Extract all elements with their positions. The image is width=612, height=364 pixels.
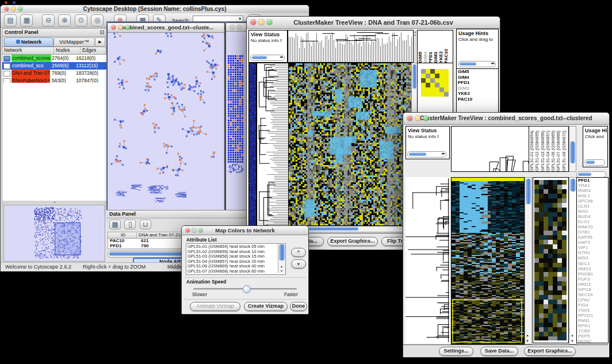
network-overview-canvas[interactable] — [4, 205, 104, 260]
close-button[interactable] — [112, 25, 116, 29]
heatmap-vscrollbar[interactable]: ▲ ▼ — [525, 177, 532, 344]
gene-name[interactable]: HAP3 — [577, 240, 608, 245]
main-titlebar[interactable]: Cytoscape Desktop (Session Name: collins… — [1, 5, 309, 14]
save-data-button[interactable]: Save Data... — [480, 347, 518, 356]
gene-name[interactable]: HRD3 — [577, 282, 608, 287]
zoom-fit-icon[interactable]: ◎ — [91, 14, 104, 26]
column-label[interactable]: GIM3 — [433, 52, 438, 63]
open-folder-icon[interactable]: ▤ — [4, 14, 17, 26]
heatmap-canvas[interactable] — [451, 177, 525, 344]
tab-network[interactable]: Network — [4, 37, 53, 47]
zoom-heatmap-canvas[interactable] — [534, 180, 567, 340]
gene-name[interactable]: BUD4 — [577, 214, 608, 219]
gene-name[interactable]: HMG1 — [577, 266, 608, 271]
gene-name[interactable]: PEP5 — [577, 334, 608, 339]
col-gutter[interactable]: ▴▾ — [414, 30, 416, 63]
minimize-button[interactable] — [12, 7, 16, 11]
gene-name[interactable]: GPI16 — [577, 287, 608, 292]
scroll-up-icon[interactable]: ▲ — [280, 265, 283, 268]
minimize-button[interactable] — [192, 228, 196, 232]
attribute-list-scrollbar[interactable]: ▲ ▼ — [278, 244, 285, 273]
column-label[interactable]: GPL51-01 (GSM854) — [529, 131, 534, 171]
genelist-vscrollbar[interactable]: ▲ ▼ — [569, 177, 577, 344]
scroll-up-icon[interactable]: ▲ — [571, 334, 574, 337]
close-button[interactable] — [407, 116, 412, 121]
gene-name[interactable]: RPN1 — [577, 323, 608, 328]
zoom-button[interactable] — [125, 25, 129, 29]
gene-name[interactable]: MSL1 — [577, 193, 608, 198]
column-label[interactable]: PAC10 — [443, 49, 449, 63]
scroll-down-icon[interactable]: ▼ — [280, 269, 283, 273]
column-label[interactable]: GPL51-03 (GSM856) — [540, 131, 545, 171]
network-table-row[interactable]: combined_scores 2764(0) 16218(0) — [2, 55, 106, 62]
row-dendrogram-canvas[interactable] — [257, 63, 289, 226]
done-button[interactable]: Done — [290, 302, 307, 311]
gene-name[interactable]: ELG1 — [577, 219, 608, 224]
usage-hints-scrollbar[interactable]: ◂▸ — [458, 61, 496, 67]
row-label[interactable]: GIM3 — [457, 86, 498, 91]
close-button[interactable] — [5, 7, 9, 11]
col-id-header[interactable]: ID — [108, 232, 137, 238]
column-dendrogram-canvas[interactable] — [451, 126, 529, 172]
close-button[interactable] — [186, 228, 190, 232]
global-overview-strip-canvas[interactable] — [248, 63, 257, 226]
animate-vizmap-button[interactable]: Animate Vizmap — [190, 302, 240, 311]
gene-name[interactable]: CLN1 — [577, 204, 608, 209]
usage-hints-scrollbar[interactable] — [584, 159, 605, 166]
gene-name[interactable]: MSI1 — [577, 255, 608, 260]
network-table-header[interactable]: Network Nodes Edges — [2, 47, 106, 55]
gene-name[interactable]: YRA1 — [577, 183, 608, 188]
column-label[interactable]: YKE2 — [438, 51, 443, 63]
treeview-dna-titlebar[interactable]: ClusterMaker TreeView : DNA and Tran 07-… — [247, 17, 500, 29]
gene-name[interactable]: SEC24 — [577, 292, 608, 297]
correlation-matrix[interactable] — [421, 69, 449, 97]
row-dendrogram-canvas[interactable] — [406, 177, 450, 343]
network-table-row[interactable]: DNA and Tran 07 769(0) 183728(0) — [2, 70, 106, 77]
column-label[interactable]: GIM4 — [423, 52, 428, 63]
zoom-button[interactable] — [198, 228, 202, 232]
close-button[interactable] — [251, 20, 256, 25]
move-down-button[interactable]: v — [291, 259, 306, 269]
gene-name[interactable]: NIS1 — [577, 209, 608, 214]
gene-name[interactable]: TCB3 — [577, 328, 608, 334]
minimize-button[interactable] — [415, 116, 420, 121]
network-view2-titlebar[interactable] — [226, 23, 247, 32]
view-status-scrollbar[interactable]: ◂▸ — [250, 55, 285, 61]
gene-name[interactable]: FIG4 — [577, 302, 608, 308]
attribute-item[interactable]: GPL51-07 (GSM868) heat shock 60 min — [186, 269, 278, 274]
gene-name[interactable]: PAN1 — [577, 318, 608, 323]
gene-name[interactable]: SPC98 — [577, 198, 608, 204]
close-button[interactable] — [230, 25, 234, 29]
gene-name[interactable]: PHO81 — [577, 271, 608, 277]
row-label[interactable]: GIM5 — [457, 69, 498, 75]
column-label[interactable]: PFD1 — [428, 52, 433, 63]
attribute-listbox[interactable]: GPL51-01 (GSM854) heat shock 05 minGPL51… — [186, 243, 286, 275]
export-graphics-button[interactable]: Export Graphics... — [524, 347, 576, 356]
row-label[interactable]: GIM4 — [457, 75, 498, 81]
column-dendrogram-canvas[interactable] — [288, 30, 414, 63]
row-label[interactable]: YKE2 — [457, 91, 498, 97]
float-panel-icon[interactable]: ⊡ — [100, 29, 104, 36]
zoom-out-icon[interactable]: ⊖ — [42, 14, 55, 26]
gene-name[interactable]: GTB1 — [577, 229, 608, 235]
scroll-up-icon[interactable]: ▲ — [526, 334, 529, 337]
column-label[interactable]: GIM5 — [418, 52, 423, 63]
gene-name[interactable]: KAP95 — [577, 235, 608, 240]
gene-name[interactable]: PUF3 — [577, 277, 608, 282]
gene-name[interactable]: MAK31 — [577, 224, 608, 229]
export-graphics-button[interactable]: Export Graphics... — [327, 237, 378, 246]
row-label[interactable]: PFD1 — [457, 80, 498, 86]
gene-name[interactable]: CPA2 — [577, 297, 608, 302]
column-label[interactable]: GPL51-04 (GSM857) — [545, 131, 550, 171]
minimize-button[interactable] — [259, 20, 264, 25]
column-label[interactable]: GPL51-02 (GSM855) — [534, 131, 540, 171]
view-status-scrollbar[interactable]: ◂▸ — [407, 151, 446, 158]
network-overview-pane[interactable] — [3, 205, 105, 262]
minimize-button[interactable] — [237, 25, 241, 29]
gene-name[interactable]: RNR4 — [577, 188, 608, 193]
dialog-titlebar[interactable]: Map Colors to Network — [182, 226, 308, 235]
delete-attribute-icon[interactable]: ⊔ — [140, 220, 151, 229]
slider-thumb[interactable] — [243, 285, 251, 293]
gene-name[interactable]: RPO21 — [577, 313, 608, 318]
zoom-button[interactable] — [18, 7, 22, 11]
